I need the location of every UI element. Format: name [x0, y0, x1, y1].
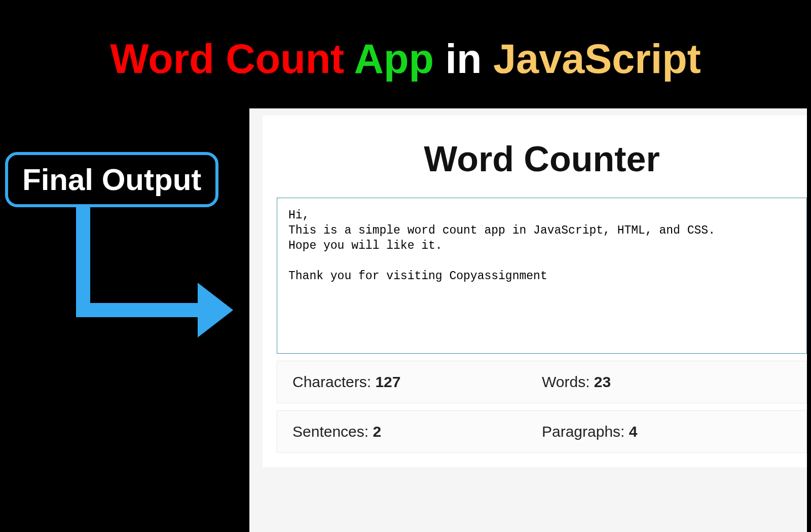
stat-sentences: Sentences: 2 — [292, 423, 542, 440]
stats-row-1: Characters: 127 Words: 23 — [277, 361, 807, 403]
app-heading: Word Counter — [277, 130, 807, 198]
title-part-3: in — [446, 36, 482, 82]
app-output-panel: Word Counter Hi, This is a simple word c… — [249, 108, 807, 532]
arrow-stem-vertical — [76, 206, 90, 317]
badge-label: Final Output — [22, 163, 201, 197]
stat-characters-label: Characters: — [292, 373, 375, 390]
stat-paragraphs-label: Paragraphs: — [542, 423, 629, 440]
stat-words: Words: 23 — [542, 373, 791, 391]
stat-characters: Characters: 127 — [292, 373, 542, 391]
stat-paragraphs-value: 4 — [629, 423, 638, 440]
title-part-4: JavaScript — [493, 36, 701, 82]
text-input-area[interactable]: Hi, This is a simple word count app in J… — [277, 198, 807, 354]
stat-words-label: Words: — [542, 373, 594, 390]
arrow-stem-horizontal — [76, 303, 202, 317]
stat-words-value: 23 — [594, 373, 611, 390]
title-part-1: Word Count — [110, 36, 344, 82]
final-output-badge: Final Output — [5, 152, 218, 207]
arrow-head-icon — [198, 283, 233, 337]
stats-row-2: Sentences: 2 Paragraphs: 4 — [277, 410, 807, 453]
arrow-icon — [76, 206, 238, 337]
app-card: Word Counter Hi, This is a simple word c… — [263, 116, 807, 467]
title-part-2: App — [354, 36, 434, 82]
stat-sentences-value: 2 — [373, 423, 381, 440]
stat-paragraphs: Paragraphs: 4 — [542, 423, 791, 440]
stat-characters-value: 127 — [375, 373, 400, 390]
page-title: Word Count App in JavaScript — [0, 0, 811, 103]
stat-sentences-label: Sentences: — [292, 423, 373, 440]
